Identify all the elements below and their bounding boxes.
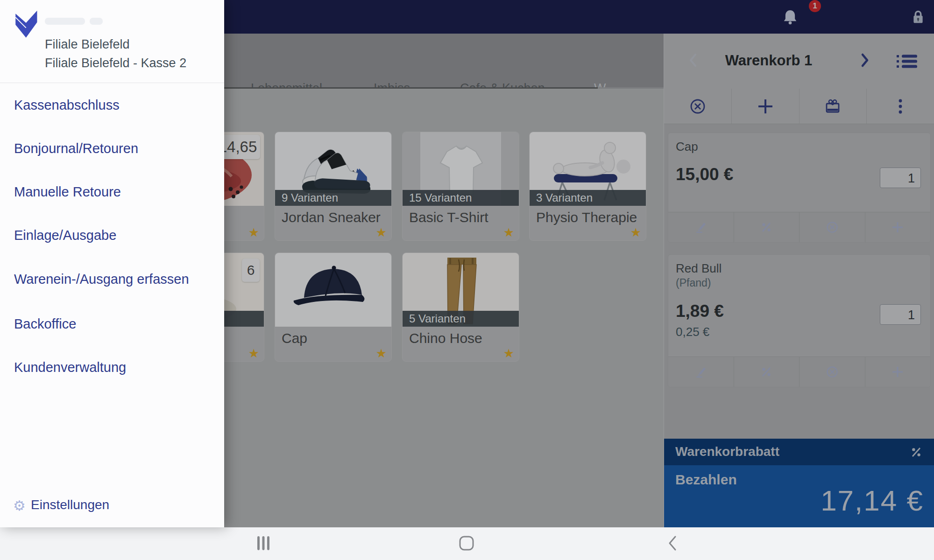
store-name: Filiale Bielefeld xyxy=(45,37,130,52)
menu-item-kassenabschluss[interactable]: Kassenabschluss xyxy=(14,96,120,114)
brand-logo xyxy=(11,9,42,40)
home-icon[interactable] xyxy=(448,527,485,560)
menu-item-kundenverwaltung[interactable]: Kundenverwaltung xyxy=(14,358,126,377)
settings-label: Einstellungen xyxy=(31,497,109,512)
back-icon[interactable] xyxy=(654,527,691,560)
gear-icon: ⚙ xyxy=(13,497,26,514)
menu-item-warenein-ausgang[interactable]: Warenein-/Ausgang erfassen xyxy=(14,270,189,288)
recent-apps-icon[interactable] xyxy=(245,527,282,560)
menu-item-bonjournal-retouren[interactable]: Bonjournal/Retouren xyxy=(14,139,138,158)
brand-wordmark-ghost xyxy=(45,18,85,25)
menu-item-backoffice[interactable]: Backoffice xyxy=(14,315,76,333)
navigation-drawer: Filiale Bielefeld Filiale Bielefeld - Ka… xyxy=(0,0,224,527)
menu-item-einlage-ausgabe[interactable]: Einlage/Ausgabe xyxy=(14,226,116,245)
pos-screen: 1 Lebensmittel Imbiss Cafe & Kuchen W 14… xyxy=(0,0,934,560)
register-name: Filiale Bielefeld - Kasse 2 xyxy=(45,56,186,70)
menu-item-manuelle-retoure[interactable]: Manuelle Retoure xyxy=(14,182,121,201)
android-navigation-bar xyxy=(0,527,934,560)
drawer-divider xyxy=(0,83,224,83)
brand-wordmark-ghost xyxy=(90,18,103,25)
